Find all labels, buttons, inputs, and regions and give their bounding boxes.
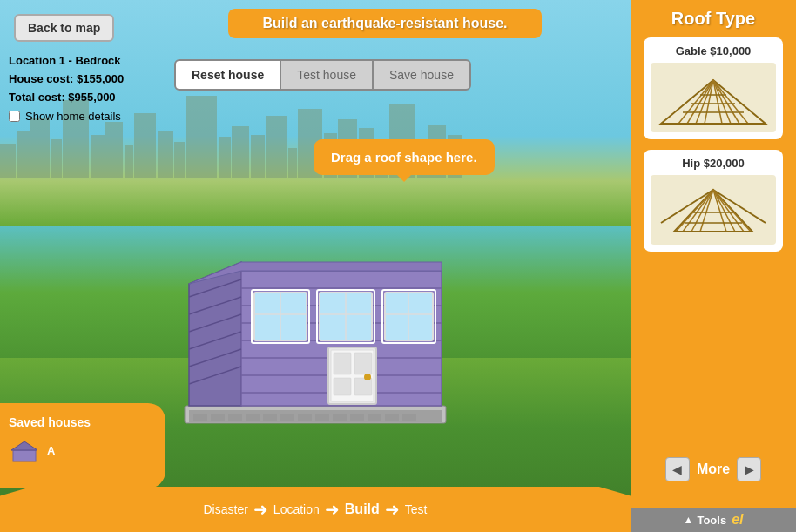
svg-rect-13 <box>385 414 399 421</box>
location-step-label: Location <box>273 502 320 516</box>
svg-rect-45 <box>334 353 351 374</box>
back-to-map-button[interactable]: Back to map <box>14 14 114 42</box>
svg-line-69 <box>683 190 713 232</box>
svg-rect-3 <box>211 414 225 421</box>
svg-line-74 <box>713 190 744 232</box>
svg-line-60 <box>713 80 748 124</box>
svg-rect-7 <box>280 414 294 421</box>
show-home-checkbox[interactable] <box>9 111 20 122</box>
nav-step-test[interactable]: Test <box>405 502 428 516</box>
tools-label: Tools <box>697 514 726 527</box>
show-home-row: Show home details <box>9 110 124 123</box>
saved-house-label: A <box>47 444 55 457</box>
nav-arrow-1: ➜ <box>253 499 268 520</box>
hip-roof-image <box>651 175 776 245</box>
house-thumbnail-icon <box>9 438 40 462</box>
reset-house-button[interactable]: Reset house <box>174 59 281 91</box>
gable-roof-label: Gable $10,000 <box>651 44 776 57</box>
svg-rect-11 <box>350 414 364 421</box>
page-title: Build an earthquake-resistant house. <box>228 9 543 38</box>
saved-houses-panel: Saved houses A <box>0 403 165 488</box>
hip-roof-option[interactable]: Hip $20,000 <box>644 150 783 252</box>
title-banner: Build an earthquake-resistant house. <box>139 9 631 38</box>
more-navigation-row: ◀ More ▶ <box>631 457 796 481</box>
build-step-label: Build <box>345 502 380 517</box>
svg-rect-9 <box>315 414 329 421</box>
center-area: Back to map Build an earthquake-resistan… <box>0 0 631 532</box>
svg-rect-48 <box>354 378 372 395</box>
svg-rect-50 <box>13 450 36 461</box>
nav-step-location[interactable]: Location <box>273 502 320 516</box>
roof-type-title: Roof Type <box>671 9 755 29</box>
gable-roof-image <box>651 63 776 132</box>
svg-marker-52 <box>661 80 766 124</box>
svg-rect-46 <box>354 353 372 374</box>
tools-button[interactable]: ▲ Tools el <box>631 508 796 532</box>
more-next-button[interactable]: ▶ <box>737 457 761 481</box>
save-house-button[interactable]: Save house <box>374 59 471 91</box>
nav-arrow-2: ➜ <box>325 499 340 520</box>
svg-marker-51 <box>11 441 37 450</box>
bottom-navigation: Disaster ➜ Location ➜ Build ➜ Test <box>0 487 631 532</box>
more-prev-button[interactable]: ◀ <box>665 457 690 481</box>
location-info: Location 1 - Bedrock <box>9 52 124 71</box>
svg-rect-12 <box>368 414 381 421</box>
more-label: More <box>697 461 730 477</box>
main-container: Back to map Build an earthquake-resistan… <box>0 0 796 532</box>
total-cost-info: Total cost: $955,000 <box>9 89 124 107</box>
svg-marker-65 <box>674 190 752 232</box>
right-panel: Roof Type Gable $10,000 <box>631 0 796 532</box>
hip-roof-label: Hip $20,000 <box>651 157 776 170</box>
svg-rect-5 <box>246 414 260 421</box>
disaster-step-label: Disaster <box>204 502 248 516</box>
test-house-button[interactable]: Test house <box>281 59 374 91</box>
header-bar: Back to map Build an earthquake-resistan… <box>0 0 631 48</box>
nav-step-disaster[interactable]: Disaster <box>204 502 248 516</box>
house-illustration <box>167 236 463 428</box>
nav-arrow-3: ➜ <box>385 499 400 520</box>
svg-rect-2 <box>193 414 207 421</box>
show-home-label: Show home details <box>25 110 121 123</box>
action-buttons: Reset house Test house Save house <box>174 59 471 91</box>
tools-logo: el <box>732 512 743 528</box>
saved-houses-background: Saved houses A <box>0 403 165 488</box>
svg-rect-8 <box>298 414 312 421</box>
gable-roof-option[interactable]: Gable $10,000 <box>644 37 783 139</box>
test-step-label: Test <box>405 502 428 516</box>
svg-rect-14 <box>402 414 416 421</box>
house-cost-info: House cost: $155,000 <box>9 71 124 89</box>
drag-tooltip: Drag a roof shape here. <box>314 139 495 175</box>
svg-point-49 <box>364 374 371 380</box>
info-panel: Location 1 - Bedrock House cost: $155,00… <box>9 52 124 123</box>
tools-up-icon: ▲ <box>684 514 694 526</box>
svg-rect-10 <box>333 414 347 421</box>
saved-houses-title: Saved houses <box>9 415 152 429</box>
svg-rect-6 <box>263 414 277 421</box>
nav-step-build[interactable]: Build <box>345 502 380 517</box>
list-item: A <box>9 438 152 462</box>
svg-rect-4 <box>228 414 242 421</box>
svg-line-53 <box>678 80 713 124</box>
svg-rect-47 <box>334 378 351 395</box>
